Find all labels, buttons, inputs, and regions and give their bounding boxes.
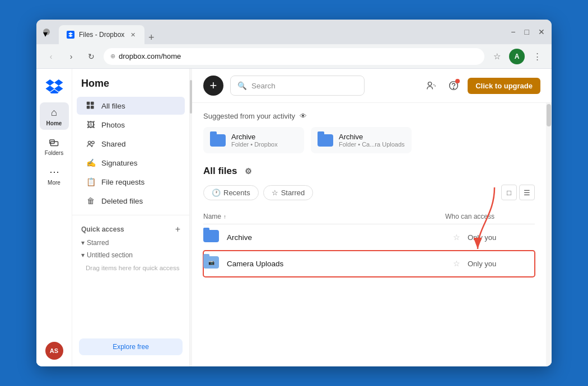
folder-shape-archive [203, 230, 219, 242]
file-name-camera: Camera Uploads [227, 260, 450, 268]
card-name-1: Archive [339, 133, 405, 141]
suggested-card-0[interactable]: Archive Folder • Dropbox [203, 127, 304, 153]
svg-rect-5 [91, 106, 94, 109]
maximize-button[interactable]: □ [525, 27, 529, 36]
url-bar[interactable]: ⊕ dropbox.com/home [104, 48, 484, 65]
nav-home[interactable]: ⌂ Home [40, 102, 69, 130]
explore-free-button[interactable]: Explore free [79, 338, 183, 355]
sidebar-item-all-files[interactable]: All files [77, 97, 185, 115]
card-info-1: Archive Folder • Ca...ra Uploads [339, 133, 405, 148]
photos-icon: 🖼 [86, 120, 96, 130]
star-button-archive[interactable]: ☆ [450, 230, 463, 244]
drag-hint: Drag items here for quick access [72, 261, 189, 277]
collapse-arrow[interactable]: ▾ [43, 29, 50, 35]
browser-menu-button[interactable]: ⋮ [529, 49, 545, 64]
card-info-0: Archive Folder • Dropbox [231, 133, 278, 148]
svg-rect-2 [87, 102, 90, 105]
suggested-header: Suggested from your activity 👁 [203, 112, 535, 120]
suggested-cards: Archive Folder • Dropbox Archive Folder … [203, 127, 535, 153]
folder-icon-camera: 📷 [203, 256, 221, 271]
clock-icon: 🕐 [212, 189, 221, 197]
shared-icon [86, 139, 96, 149]
sidebar-item-file-requests[interactable]: 📋 File requests [77, 173, 185, 191]
table-row[interactable]: 📷 Camera Uploads ☆ Only you [203, 251, 535, 277]
untitled-section-header[interactable]: ▾ Untitled section [72, 249, 189, 261]
all-files-settings-button[interactable]: ⚙ [241, 164, 255, 178]
list-view-button[interactable]: ☰ [519, 185, 535, 200]
minimize-button[interactable]: − [511, 27, 515, 36]
folders-icon [48, 135, 61, 149]
search-icon: 🔍 [237, 81, 247, 90]
starred-header[interactable]: ▾ Starred [72, 237, 189, 249]
new-tab-button[interactable]: + [144, 31, 158, 44]
sidebar-item-shared[interactable]: Shared [77, 135, 185, 153]
table-row[interactable]: Archive ☆ Only you [203, 224, 535, 251]
nav-folders[interactable]: Folders [40, 132, 69, 159]
svg-rect-3 [91, 102, 94, 105]
window-controls: ▾ [43, 29, 50, 35]
starred-tab[interactable]: ☆ Starred [263, 185, 314, 200]
signatures-icon: ✍ [86, 158, 96, 168]
svg-point-8 [428, 82, 432, 86]
svg-point-10 [453, 88, 454, 88]
chevron-down-icon: ▾ [81, 239, 85, 247]
main-scroll-thumb [547, 104, 551, 126]
file-table-header: Name ↑ Who can access [203, 209, 535, 224]
tab-title: Files - Dropbox [79, 31, 124, 39]
access-label-camera: Only you [468, 260, 535, 268]
access-label-archive: Only you [468, 233, 535, 242]
search-bar[interactable]: 🔍 Search [230, 76, 365, 96]
filter-tabs: 🕐 Recents ☆ Starred □ ☰ [203, 185, 535, 200]
all-files-header: All files ⚙ [203, 164, 535, 178]
sidebar-item-signatures[interactable]: ✍ Signatures [77, 154, 185, 172]
people-button[interactable] [423, 77, 440, 94]
create-button[interactable]: + [203, 76, 223, 96]
upgrade-button[interactable]: Click to upgrade [468, 78, 540, 94]
all-files-title-text: All files [203, 166, 237, 177]
toolbar-actions: Click to upgrade [423, 77, 540, 94]
help-button[interactable] [445, 77, 462, 94]
sidebar-title: Home [72, 78, 189, 96]
sidebar-divider [72, 215, 189, 215]
grid-view-button[interactable]: □ [501, 185, 517, 200]
app-area: ⌂ Home Folders ⋯ More AS [36, 69, 552, 366]
star-button-camera[interactable]: ☆ [450, 257, 463, 270]
view-toggle: □ ☰ [501, 185, 535, 200]
quick-access-add-button[interactable]: + [175, 224, 180, 234]
top-toolbar: + 🔍 Search [192, 69, 552, 103]
col-name-label: Name [203, 213, 221, 220]
refresh-button[interactable]: ↻ [83, 49, 99, 64]
sidebar-item-photos[interactable]: 🖼 Photos [77, 116, 185, 134]
photos-label: Photos [101, 121, 125, 129]
search-placeholder: Search [251, 82, 276, 90]
user-avatar[interactable]: AS [45, 342, 63, 360]
all-files-icon [86, 101, 96, 111]
quick-access-label: Quick access [81, 225, 124, 233]
deleted-files-label: Deleted files [101, 197, 143, 205]
file-requests-label: File requests [101, 178, 144, 186]
suggested-card-1[interactable]: Archive Folder • Ca...ra Uploads [311, 127, 412, 153]
home-icon: ⌂ [48, 106, 61, 119]
starred-label: Starred [281, 189, 305, 197]
sidebar: Home All files 🖼 Photos [72, 69, 190, 366]
back-button[interactable]: ‹ [43, 49, 59, 64]
main-scrollbar[interactable] [546, 103, 552, 366]
bookmark-button[interactable]: ☆ [489, 49, 505, 64]
url-text: dropbox.com/home [119, 52, 478, 60]
address-bar-actions: ☆ A ⋮ [489, 49, 545, 64]
more-icon: ⋯ [48, 165, 61, 178]
folder-icon-card-1 [318, 134, 333, 147]
forward-button[interactable]: › [63, 49, 79, 64]
shared-label: Shared [101, 140, 126, 148]
sidebar-item-deleted-files[interactable]: 🗑 Deleted files [77, 192, 185, 210]
col-access-label: Who can access [445, 213, 494, 220]
close-button[interactable]: ✕ [538, 27, 545, 36]
nav-more[interactable]: ⋯ More [40, 162, 69, 189]
main-content: + 🔍 Search [192, 69, 552, 366]
active-tab[interactable]: Files - Dropbox ✕ [59, 25, 144, 44]
tab-close-button[interactable]: ✕ [129, 31, 137, 39]
browser-profile[interactable]: A [509, 49, 525, 64]
starred-label: Starred [87, 239, 109, 247]
recents-tab[interactable]: 🕐 Recents [203, 185, 259, 200]
col-access-header: Who can access [445, 213, 535, 220]
